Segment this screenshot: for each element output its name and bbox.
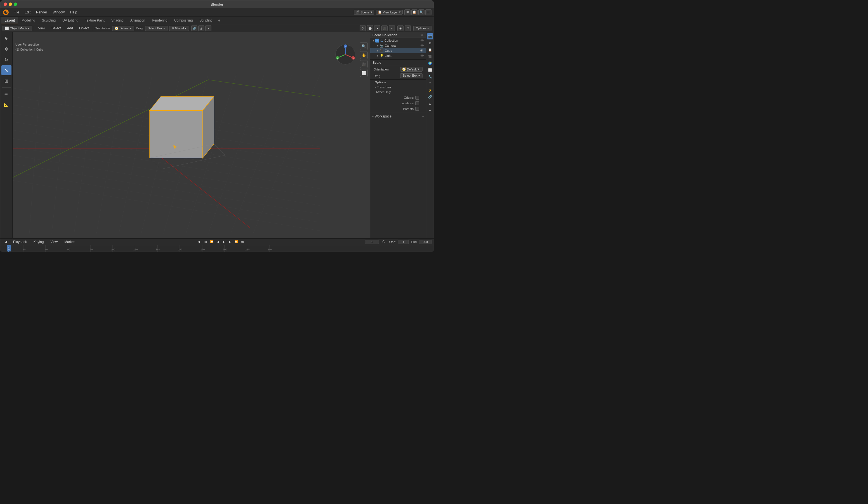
- world-props-button[interactable]: 🌍: [427, 60, 433, 66]
- object-data-props-button[interactable]: ▲: [427, 100, 433, 106]
- view-layer-selector[interactable]: 📋 View Layer ▾: [376, 10, 403, 14]
- play-button[interactable]: ▶: [221, 239, 227, 245]
- origins-checkbox[interactable]: [415, 96, 419, 100]
- header-icon-1[interactable]: ⊞: [404, 9, 411, 16]
- next-frame-button[interactable]: ▶: [227, 239, 233, 245]
- select-menu[interactable]: Select: [49, 26, 63, 31]
- object-mode-button[interactable]: ⬜ Object Mode ▾: [2, 26, 32, 31]
- add-menu[interactable]: Add: [65, 26, 75, 31]
- orientation-value[interactable]: 🧭 Default ▾: [400, 67, 423, 72]
- scene-props-button[interactable]: 🎬: [427, 53, 433, 60]
- view-menu[interactable]: View: [36, 26, 48, 31]
- collection-checkbox[interactable]: ✓: [375, 39, 379, 42]
- tool-annotate[interactable]: ✏: [1, 89, 11, 99]
- tab-shading[interactable]: Shading: [108, 17, 127, 24]
- cube-item[interactable]: ▸ ⬛ Cube 👁: [370, 48, 426, 53]
- options-button[interactable]: Options ▾: [413, 26, 432, 31]
- proportional-type[interactable]: ▾: [205, 25, 211, 31]
- xray-button[interactable]: ☐: [405, 25, 411, 31]
- tab-scripting[interactable]: Scripting: [196, 17, 216, 24]
- tab-compositing[interactable]: Compositing: [171, 17, 196, 24]
- modifier-props-button[interactable]: 🔧: [427, 74, 433, 80]
- jump-next-button[interactable]: ⏩: [234, 239, 239, 245]
- workspace-row[interactable]: ▸ Workspace ···: [370, 113, 426, 120]
- drag-selector[interactable]: Select Box ▾: [145, 26, 167, 31]
- tab-uv-editing[interactable]: UV Editing: [59, 17, 82, 24]
- tool-measure[interactable]: 📐: [1, 100, 11, 110]
- camera-item[interactable]: ▸ 📷 Camera 👁: [370, 43, 426, 48]
- tab-animation[interactable]: Animation: [127, 17, 148, 24]
- viewport-shading-extra[interactable]: ▾: [389, 25, 395, 31]
- jump-start-button[interactable]: ⏮: [203, 239, 208, 245]
- header-icon-2[interactable]: 📋: [411, 9, 417, 16]
- tab-modeling[interactable]: Modeling: [18, 17, 39, 24]
- parents-checkbox[interactable]: [415, 107, 419, 111]
- tool-rotate[interactable]: ↻: [1, 54, 11, 65]
- menu-edit[interactable]: Edit: [22, 10, 33, 15]
- viewport-shading-render[interactable]: 🎥: [381, 25, 388, 31]
- viewport-shading-solid[interactable]: ⬤: [367, 25, 373, 31]
- orientation-selector[interactable]: 🧭 Default ▾: [112, 26, 134, 31]
- tool-scale[interactable]: ⤡: [1, 65, 11, 75]
- particles-props-button[interactable]: ∷: [427, 80, 433, 86]
- menu-help[interactable]: Help: [68, 10, 80, 15]
- playback-menu[interactable]: Playback: [11, 239, 29, 245]
- viewport-gizmo[interactable]: Z X Y: [334, 43, 356, 66]
- proportional-button[interactable]: ◎: [198, 25, 204, 31]
- tab-layout[interactable]: Layout: [1, 17, 18, 24]
- object-props-button[interactable]: ⬜: [427, 67, 433, 73]
- tab-sculpting[interactable]: Sculpting: [39, 17, 59, 24]
- tool-cursor[interactable]: [1, 33, 11, 43]
- menu-render[interactable]: Render: [34, 10, 49, 15]
- light-item[interactable]: ▸ 💡 Light 👁: [370, 53, 426, 58]
- collection-item[interactable]: ▾ ✓ 🗂 Collection 👁: [370, 38, 426, 43]
- constraints-props-button[interactable]: 🔗: [427, 94, 433, 100]
- keying-menu[interactable]: Keying: [31, 239, 46, 245]
- view-layer-props-button[interactable]: 📋: [427, 47, 433, 53]
- tab-rendering[interactable]: Rendering: [148, 17, 170, 24]
- search-button[interactable]: 🔍: [418, 9, 424, 16]
- end-frame-input[interactable]: [419, 240, 432, 244]
- timeline-ruler[interactable]: 1 20 40 60 80 100 120 140 160 180 200: [0, 245, 434, 252]
- minimize-button[interactable]: [9, 2, 12, 6]
- menu-window[interactable]: Window: [50, 10, 67, 15]
- close-button[interactable]: [4, 2, 7, 6]
- snap-button[interactable]: 🔗: [191, 25, 197, 31]
- camera-eye[interactable]: 👁: [421, 44, 424, 47]
- tool-move[interactable]: ✥: [1, 44, 11, 54]
- camera-button[interactable]: 🎥: [360, 60, 368, 68]
- prev-frame-button[interactable]: ◀: [215, 239, 221, 245]
- maximize-button[interactable]: [14, 2, 17, 6]
- object-menu[interactable]: Object: [77, 26, 91, 31]
- filter-button[interactable]: ☰: [425, 9, 432, 16]
- locations-checkbox[interactable]: [415, 101, 419, 105]
- pivot-selector[interactable]: ⊕ Global ▾: [169, 26, 189, 31]
- timeline-collapse[interactable]: ◀: [2, 239, 9, 245]
- overlays-button[interactable]: ◉: [397, 25, 404, 31]
- physics-props-button[interactable]: ⚡: [427, 87, 433, 93]
- menu-file[interactable]: File: [11, 10, 21, 15]
- drag-value[interactable]: Select Box ▾: [400, 73, 423, 78]
- local-view-button[interactable]: ⬜: [360, 69, 368, 77]
- tool-transform[interactable]: ⊞: [1, 76, 11, 86]
- viewport-shading-mat[interactable]: ●: [374, 25, 380, 31]
- record-button[interactable]: ⏺: [197, 239, 202, 245]
- collection-eye[interactable]: 👁: [421, 39, 424, 42]
- scene-selector[interactable]: 🎬 Scene ▾: [354, 10, 374, 14]
- pan-button[interactable]: ✋: [360, 51, 368, 59]
- render-props-button[interactable]: 📷: [427, 33, 433, 39]
- tab-texture-paint[interactable]: Texture Paint: [82, 17, 108, 24]
- viewport-shading-wire[interactable]: ⬡: [360, 25, 366, 31]
- add-workspace-button[interactable]: +: [216, 17, 223, 24]
- cube-eye[interactable]: 👁: [420, 49, 424, 53]
- jump-end-button[interactable]: ⏭: [240, 239, 245, 245]
- viewport[interactable]: User Perspective (1) Collection | Cube: [13, 32, 370, 238]
- jump-prev-button[interactable]: ⏪: [209, 239, 215, 245]
- zoom-button[interactable]: 🔍: [360, 42, 368, 50]
- current-frame-input[interactable]: [365, 240, 379, 244]
- view-menu-timeline[interactable]: View: [48, 239, 60, 245]
- light-eye[interactable]: 👁: [421, 54, 424, 57]
- start-frame-input[interactable]: [397, 240, 409, 244]
- marker-menu[interactable]: Marker: [62, 239, 77, 245]
- output-props-button[interactable]: 🖥: [427, 40, 433, 46]
